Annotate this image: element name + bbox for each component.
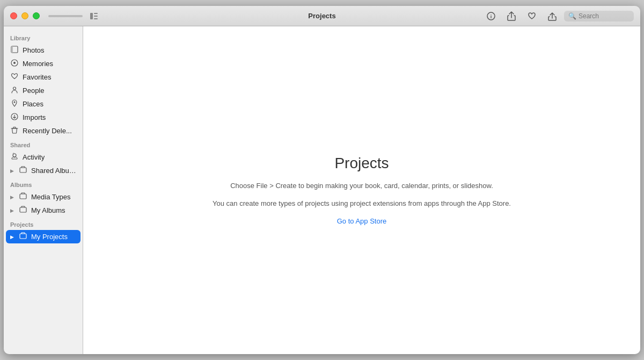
my-albums-icon — [19, 206, 27, 215]
zoom-slider[interactable] — [48, 15, 83, 17]
albums-section-label: Albums — [4, 177, 83, 190]
search-bar[interactable]: 🔍 Search — [564, 11, 634, 21]
activity-icon — [10, 153, 19, 162]
app-store-link[interactable]: Go to App Store — [337, 217, 387, 225]
svg-rect-3 — [94, 18, 98, 19]
memories-label: Memories — [23, 60, 53, 68]
activity-label: Activity — [23, 153, 45, 161]
sidebar-item-favorites[interactable]: Favorites — [4, 70, 83, 84]
sidebar-item-my-albums[interactable]: ▶ My Albums — [4, 204, 83, 217]
memories-icon — [10, 59, 19, 68]
sidebar-item-shared-albums[interactable]: ▶ Shared Albums — [4, 164, 83, 177]
media-types-label: Media Types — [31, 193, 70, 201]
svg-text:i: i — [491, 14, 492, 19]
heart-icon — [528, 12, 536, 20]
svg-point-13 — [13, 154, 16, 157]
shared-section-label: Shared — [4, 138, 83, 150]
favorites-icon — [10, 73, 19, 82]
sidebar-item-my-projects[interactable]: ▶ My Projects — [6, 230, 80, 243]
titlebar-controls — [46, 10, 100, 22]
sidebar-toggle-icon — [90, 13, 98, 19]
imports-label: Imports — [23, 113, 46, 121]
sidebar-item-photos[interactable]: Photos — [4, 44, 83, 57]
projects-section-label: Projects — [4, 217, 83, 230]
media-types-chevron: ▶ — [10, 195, 14, 200]
sidebar-item-recently-deleted[interactable]: Recently Dele... — [4, 124, 83, 138]
svg-point-9 — [13, 62, 16, 64]
search-label: Search — [579, 12, 599, 20]
sidebar-item-places[interactable]: Places — [4, 97, 83, 111]
info-button[interactable]: i — [482, 9, 500, 24]
titlebar: Projects i — [4, 6, 640, 26]
content-area: Projects Choose File > Create to begin m… — [83, 26, 640, 354]
upload-icon — [548, 11, 557, 21]
sidebar-item-memories[interactable]: Memories — [4, 57, 83, 70]
sidebar: Library Photos Memories Favorites — [4, 26, 83, 354]
media-types-icon — [19, 192, 27, 201]
shared-albums-label: Shared Albums — [31, 167, 76, 175]
my-projects-label: My Projects — [31, 233, 68, 241]
share-icon — [507, 11, 516, 21]
my-albums-chevron: ▶ — [10, 208, 14, 213]
main-content: Library Photos Memories Favorites — [4, 26, 640, 354]
places-label: Places — [23, 100, 43, 108]
favorite-button[interactable] — [523, 9, 540, 24]
svg-point-10 — [13, 87, 16, 90]
my-projects-icon — [19, 232, 27, 241]
recently-deleted-label: Recently Dele... — [23, 127, 72, 135]
photos-icon — [10, 46, 19, 55]
sidebar-item-people[interactable]: People — [4, 84, 83, 97]
maximize-button[interactable] — [33, 12, 40, 19]
projects-heading: Projects — [213, 155, 511, 172]
main-window: Projects i — [4, 6, 640, 354]
people-icon — [10, 86, 19, 95]
svg-rect-0 — [90, 13, 93, 19]
svg-rect-17 — [20, 234, 26, 239]
info-icon: i — [487, 12, 495, 20]
sidebar-item-media-types[interactable]: ▶ Media Types — [4, 190, 83, 204]
svg-rect-15 — [20, 194, 26, 199]
projects-content: Projects Choose File > Create to begin m… — [213, 155, 511, 226]
titlebar-right: i 🔍 Search — [482, 9, 634, 24]
svg-rect-7 — [11, 46, 13, 53]
projects-description-line1: Choose File > Create to begin making you… — [213, 181, 511, 192]
svg-rect-2 — [94, 16, 98, 17]
sidebar-item-imports[interactable]: Imports — [4, 111, 83, 124]
sidebar-toggle-button[interactable] — [88, 10, 100, 22]
traffic-lights — [10, 12, 40, 19]
svg-rect-14 — [20, 168, 26, 172]
photos-label: Photos — [23, 46, 44, 54]
svg-rect-16 — [20, 207, 26, 212]
favorites-label: Favorites — [23, 73, 51, 81]
sidebar-item-activity[interactable]: Activity — [4, 150, 83, 164]
close-button[interactable] — [10, 12, 17, 19]
imports-icon — [10, 113, 19, 122]
library-section-label: Library — [4, 31, 83, 44]
svg-rect-1 — [94, 13, 98, 14]
upload-button[interactable] — [544, 9, 561, 24]
my-projects-chevron: ▶ — [10, 234, 14, 240]
window-title: Projects — [308, 12, 335, 20]
share-button[interactable] — [503, 9, 520, 24]
search-icon: 🔍 — [568, 12, 576, 20]
shared-albums-icon — [19, 166, 27, 175]
my-albums-label: My Albums — [31, 206, 65, 214]
shared-albums-chevron: ▶ — [10, 168, 14, 174]
people-label: People — [23, 87, 44, 95]
projects-description-line2: You can create more types of projects us… — [213, 198, 511, 210]
places-icon — [10, 99, 19, 109]
svg-point-11 — [14, 102, 16, 103]
minimize-button[interactable] — [21, 12, 28, 19]
trash-icon — [10, 126, 19, 135]
